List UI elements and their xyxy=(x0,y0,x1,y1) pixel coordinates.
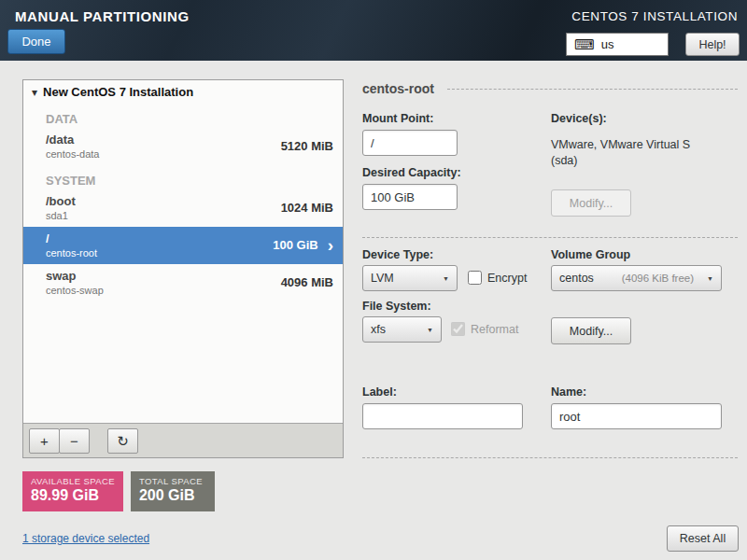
device-name: centos-swap xyxy=(46,285,281,296)
desired-capacity-label: Desired Capacity: xyxy=(362,166,461,179)
partition-row-root-selected[interactable]: / centos-root 100 GiB › xyxy=(23,227,343,264)
volume-group-dropdown[interactable]: centos (4096 KiB free) ▼ xyxy=(551,265,722,291)
total-space-box: TOTAL SPACE 200 GiB xyxy=(131,471,215,511)
available-space-box: AVAILABLE SPACE 89.99 GiB xyxy=(22,471,123,511)
partition-toolbar: + − ↻ xyxy=(23,423,343,457)
partition-info: swap centos-swap xyxy=(46,269,281,296)
partition-row-boot[interactable]: /boot sda1 1024 MiB xyxy=(23,189,343,227)
partition-row-swap[interactable]: swap centos-swap 4096 MiB xyxy=(23,264,343,301)
device-name: centos-root xyxy=(46,247,273,259)
tree-root-label: New CentOS 7 Installation xyxy=(43,85,193,99)
done-button[interactable]: Done xyxy=(7,29,65,54)
device-type-dropdown[interactable]: LVM ▼ xyxy=(362,265,458,291)
help-button[interactable]: Help! xyxy=(685,33,740,56)
manual-partitioning-screen: MANUAL PARTITIONING CENTOS 7 INSTALLATIO… xyxy=(0,0,747,560)
mount-point: swap xyxy=(46,269,281,283)
space-summary: AVAILABLE SPACE 89.99 GiB TOTAL SPACE 20… xyxy=(22,471,215,511)
partition-info: /boot sda1 xyxy=(46,194,281,221)
partition-info: / centos-root xyxy=(46,231,273,259)
section-label-system: SYSTEM xyxy=(23,165,343,189)
label-label: Label: xyxy=(362,385,397,399)
total-space-label: TOTAL SPACE xyxy=(139,476,206,486)
name-label: Name: xyxy=(551,385,586,399)
file-system-label: File System: xyxy=(362,300,431,313)
device-type-label: Device Type: xyxy=(362,248,433,261)
reload-button[interactable]: ↻ xyxy=(107,428,138,454)
device-name: centos-data xyxy=(46,148,281,160)
mount-point: / xyxy=(46,231,273,245)
dropdown-arrow-icon: ▼ xyxy=(707,275,713,282)
keyboard-icon: ⌨ xyxy=(574,37,595,51)
header-bar: MANUAL PARTITIONING CENTOS 7 INSTALLATIO… xyxy=(0,0,747,61)
storage-device-link[interactable]: 1 storage device selected xyxy=(22,532,149,545)
details-title: centos-root xyxy=(362,81,434,96)
volume-group-free-space: (4096 KiB free) xyxy=(603,273,694,284)
partition-size: 5120 MiB xyxy=(281,139,333,153)
reset-all-button[interactable]: Reset All xyxy=(667,525,739,552)
partition-size: 4096 MiB xyxy=(281,275,333,289)
total-space-value: 200 GiB xyxy=(139,487,206,504)
volume-group-value: centos xyxy=(559,272,594,285)
devices-value-line1: VMware, VMware Virtual S xyxy=(551,137,690,153)
partition-list-panel: ▾ New CentOS 7 Installation DATA /data c… xyxy=(22,79,344,458)
page-title: MANUAL PARTITIONING xyxy=(15,8,190,24)
partition-info: /data centos-data xyxy=(46,133,281,160)
mount-point: /boot xyxy=(46,194,281,208)
available-space-label: AVAILABLE SPACE xyxy=(31,476,115,486)
tree-root-item[interactable]: ▾ New CentOS 7 Installation xyxy=(23,80,343,104)
devices-value: VMware, VMware Virtual S (sda) xyxy=(551,137,690,169)
product-title: CENTOS 7 INSTALLATION xyxy=(571,9,738,23)
devices-value-line2: (sda) xyxy=(551,153,690,169)
minus-icon: − xyxy=(70,433,78,449)
main-content: ▾ New CentOS 7 Installation DATA /data c… xyxy=(0,61,747,560)
reformat-label: Reformat xyxy=(471,323,518,336)
available-space-value: 89.99 GiB xyxy=(31,487,115,504)
details-title-row: centos-root xyxy=(362,81,738,96)
desired-capacity-input[interactable] xyxy=(362,184,458,210)
modify-volume-group-button[interactable]: Modify... xyxy=(551,317,631,344)
mount-point-input[interactable] xyxy=(362,130,458,156)
remove-partition-button[interactable]: − xyxy=(59,428,90,454)
mount-point-label: Mount Point: xyxy=(362,112,433,125)
device-name: sda1 xyxy=(46,210,281,221)
section-label-data: DATA xyxy=(23,104,343,128)
partition-list: ▾ New CentOS 7 Installation DATA /data c… xyxy=(23,80,343,423)
keyboard-layout-indicator[interactable]: ⌨ us xyxy=(566,33,669,56)
file-system-dropdown[interactable]: xfs ▼ xyxy=(362,316,442,343)
refresh-icon: ↻ xyxy=(117,433,129,449)
device-type-value: LVM xyxy=(371,272,394,285)
chevron-right-icon: › xyxy=(328,236,333,254)
partition-size: 1024 MiB xyxy=(281,201,333,215)
devices-label: Device(s): xyxy=(551,112,607,125)
encrypt-checkbox[interactable]: Encrypt xyxy=(468,271,527,285)
separator xyxy=(362,237,738,238)
dropdown-arrow-icon: ▼ xyxy=(419,327,433,333)
plus-icon: + xyxy=(40,433,49,449)
partition-row-data[interactable]: /data centos-data 5120 MiB xyxy=(23,128,343,165)
keyboard-layout-label: us xyxy=(601,37,614,51)
label-input[interactable] xyxy=(362,403,523,429)
mount-point: /data xyxy=(46,133,281,147)
partition-size: 100 GiB xyxy=(273,238,317,252)
volume-group-label: Volume Group xyxy=(551,248,630,261)
add-partition-button[interactable]: + xyxy=(29,428,60,454)
reformat-checkbox[interactable]: Reformat xyxy=(451,322,518,336)
dropdown-arrow-icon: ▼ xyxy=(435,275,449,282)
name-input[interactable] xyxy=(551,403,722,429)
modify-device-button[interactable]: Modify... xyxy=(551,189,631,217)
separator xyxy=(362,457,738,458)
partition-details-panel: centos-root Mount Point: Device(s): VMwa… xyxy=(362,79,738,527)
file-system-value: xfs xyxy=(371,323,386,336)
expander-down-icon: ▾ xyxy=(32,86,37,99)
encrypt-label: Encrypt xyxy=(487,272,527,285)
encrypt-checkbox-input[interactable] xyxy=(468,271,482,285)
title-separator xyxy=(447,89,738,90)
reformat-checkbox-input[interactable] xyxy=(451,322,465,336)
